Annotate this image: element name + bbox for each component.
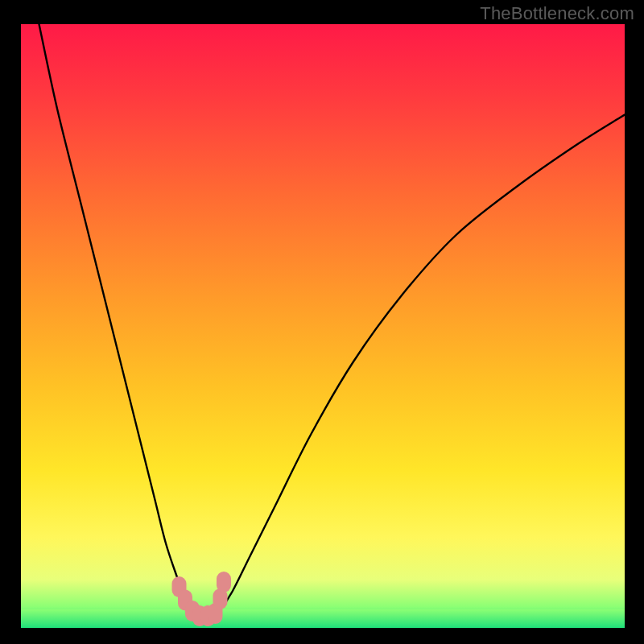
highlight-marker — [217, 572, 231, 592]
bottleneck-chart — [0, 0, 644, 644]
watermark-text: TheBottleneck.com — [480, 3, 634, 24]
green-base-band — [21, 609, 625, 628]
chart-stage: TheBottleneck.com — [0, 0, 644, 644]
